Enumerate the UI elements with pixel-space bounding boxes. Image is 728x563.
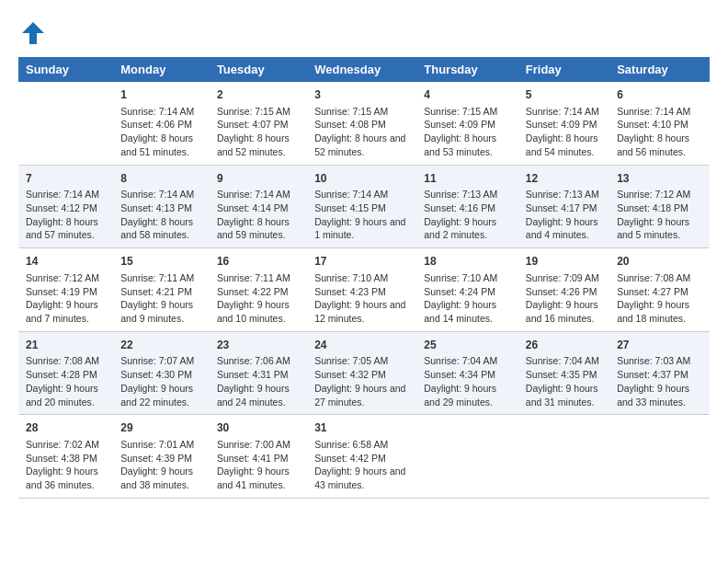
calendar-cell: 22Sunrise: 7:07 AMSunset: 4:30 PMDayligh… (113, 331, 210, 415)
daylight-text: Daylight: 9 hours and 10 minutes. (217, 298, 300, 325)
daylight-text: Daylight: 9 hours and 7 minutes. (26, 298, 106, 325)
day-number: 25 (424, 338, 511, 353)
header-day-thursday: Thursday (416, 57, 518, 82)
sunrise-text: Sunrise: 7:14 AM (617, 105, 702, 119)
day-number: 15 (120, 254, 202, 270)
daylight-text: Daylight: 9 hours and 18 minutes. (617, 298, 702, 325)
day-info: Sunrise: 7:14 AMSunset: 4:15 PMDaylight:… (314, 188, 409, 242)
sunrise-text: Sunrise: 7:14 AM (26, 188, 106, 201)
sunset-text: Sunset: 4:06 PM (120, 118, 202, 132)
calendar-cell: 8Sunrise: 7:14 AMSunset: 4:13 PMDaylight… (113, 165, 210, 248)
day-number: 3 (314, 87, 409, 103)
day-number: 11 (424, 171, 511, 187)
day-info: Sunrise: 7:14 AMSunset: 4:09 PMDaylight:… (526, 105, 602, 159)
calendar-cell: 28Sunrise: 7:02 AMSunset: 4:38 PMDayligh… (18, 415, 113, 499)
day-info: Sunrise: 7:04 AMSunset: 4:34 PMDaylight:… (424, 354, 511, 408)
calendar-week-row: 21Sunrise: 7:08 AMSunset: 4:28 PMDayligh… (18, 331, 710, 415)
day-number: 31 (314, 420, 409, 436)
calendar-cell: 29Sunrise: 7:01 AMSunset: 4:39 PMDayligh… (113, 415, 210, 499)
daylight-text: Daylight: 8 hours and 51 minutes. (120, 132, 202, 158)
day-number: 16 (217, 254, 300, 270)
sunrise-text: Sunrise: 7:15 AM (217, 105, 300, 119)
sunrise-text: Sunrise: 7:11 AM (217, 271, 300, 285)
calendar-cell: 9Sunrise: 7:14 AMSunset: 4:14 PMDaylight… (210, 165, 307, 248)
sunset-text: Sunset: 4:07 PM (217, 118, 300, 132)
calendar-week-row: 28Sunrise: 7:02 AMSunset: 4:38 PMDayligh… (18, 415, 710, 499)
header-day-saturday: Saturday (609, 57, 710, 82)
sunset-text: Sunset: 4:31 PM (217, 368, 300, 382)
sunset-text: Sunset: 4:12 PM (26, 201, 106, 215)
day-info: Sunrise: 7:14 AMSunset: 4:10 PMDaylight:… (617, 105, 702, 159)
calendar-cell: 3Sunrise: 7:15 AMSunset: 4:08 PMDaylight… (307, 82, 416, 165)
header-day-monday: Monday (113, 57, 210, 82)
day-info: Sunrise: 7:09 AMSunset: 4:26 PMDaylight:… (526, 271, 602, 326)
calendar-cell: 12Sunrise: 7:13 AMSunset: 4:17 PMDayligh… (518, 165, 609, 248)
day-number: 28 (26, 420, 106, 436)
sunrise-text: Sunrise: 7:14 AM (120, 188, 202, 201)
day-number: 13 (617, 171, 702, 187)
calendar-cell: 6Sunrise: 7:14 AMSunset: 4:10 PMDaylight… (609, 82, 710, 165)
day-number: 20 (617, 254, 702, 270)
calendar-cell: 2Sunrise: 7:15 AMSunset: 4:07 PMDaylight… (210, 82, 307, 165)
sunset-text: Sunset: 4:10 PM (617, 118, 702, 132)
daylight-text: Daylight: 9 hours and 9 minutes. (120, 298, 202, 325)
day-number: 12 (526, 171, 602, 187)
sunset-text: Sunset: 4:27 PM (617, 285, 702, 299)
sunrise-text: Sunrise: 7:08 AM (617, 271, 702, 285)
sunrise-text: Sunrise: 7:04 AM (526, 354, 602, 368)
daylight-text: Daylight: 9 hours and 14 minutes. (424, 298, 511, 325)
sunrise-text: Sunrise: 7:12 AM (26, 271, 106, 285)
sunset-text: Sunset: 4:23 PM (314, 285, 409, 299)
day-number: 17 (314, 254, 409, 270)
sunset-text: Sunset: 4:38 PM (26, 452, 106, 465)
sunset-text: Sunset: 4:37 PM (617, 368, 702, 382)
logo (18, 18, 51, 48)
sunrise-text: Sunrise: 7:10 AM (424, 271, 511, 285)
daylight-text: Daylight: 9 hours and 20 minutes. (26, 382, 106, 408)
calendar-cell (518, 415, 609, 499)
daylight-text: Daylight: 8 hours and 59 minutes. (217, 215, 300, 242)
calendar-cell: 30Sunrise: 7:00 AMSunset: 4:41 PMDayligh… (210, 415, 307, 499)
calendar-cell: 20Sunrise: 7:08 AMSunset: 4:27 PMDayligh… (609, 248, 710, 332)
sunrise-text: Sunrise: 7:03 AM (617, 354, 702, 368)
day-info: Sunrise: 7:10 AMSunset: 4:24 PMDaylight:… (424, 271, 511, 326)
daylight-text: Daylight: 9 hours and 2 minutes. (424, 215, 511, 242)
day-info: Sunrise: 7:03 AMSunset: 4:37 PMDaylight:… (617, 354, 702, 408)
sunrise-text: Sunrise: 7:04 AM (424, 354, 511, 368)
sunrise-text: Sunrise: 7:05 AM (314, 354, 409, 368)
sunset-text: Sunset: 4:14 PM (217, 201, 300, 215)
daylight-text: Daylight: 9 hours and 33 minutes. (617, 382, 702, 408)
day-number: 14 (26, 254, 106, 270)
sunrise-text: Sunrise: 7:02 AM (26, 438, 106, 452)
sunrise-text: Sunrise: 7:14 AM (526, 105, 602, 119)
sunset-text: Sunset: 4:08 PM (314, 118, 409, 132)
day-number: 10 (314, 171, 409, 187)
calendar-cell: 24Sunrise: 7:05 AMSunset: 4:32 PMDayligh… (307, 331, 416, 415)
day-info: Sunrise: 7:01 AMSunset: 4:39 PMDaylight:… (120, 438, 202, 492)
sunset-text: Sunset: 4:18 PM (617, 201, 702, 215)
calendar-cell: 16Sunrise: 7:11 AMSunset: 4:22 PMDayligh… (210, 248, 307, 332)
day-info: Sunrise: 7:14 AMSunset: 4:14 PMDaylight:… (217, 188, 300, 242)
calendar-cell: 15Sunrise: 7:11 AMSunset: 4:21 PMDayligh… (113, 248, 210, 332)
sunrise-text: Sunrise: 7:07 AM (120, 354, 202, 368)
calendar-week-row: 14Sunrise: 7:12 AMSunset: 4:19 PMDayligh… (18, 248, 710, 332)
day-info: Sunrise: 7:13 AMSunset: 4:16 PMDaylight:… (424, 188, 511, 242)
calendar-cell: 4Sunrise: 7:15 AMSunset: 4:09 PMDaylight… (416, 82, 518, 165)
sunset-text: Sunset: 4:32 PM (314, 368, 409, 382)
sunrise-text: Sunrise: 7:08 AM (26, 354, 106, 368)
calendar-cell: 21Sunrise: 7:08 AMSunset: 4:28 PMDayligh… (18, 331, 113, 415)
day-number: 8 (120, 171, 202, 187)
daylight-text: Daylight: 9 hours and 27 minutes. (314, 382, 409, 408)
header-day-sunday: Sunday (18, 57, 113, 82)
day-info: Sunrise: 7:02 AMSunset: 4:38 PMDaylight:… (26, 438, 106, 492)
sunrise-text: Sunrise: 7:15 AM (314, 105, 409, 119)
sunset-text: Sunset: 4:35 PM (526, 368, 602, 382)
daylight-text: Daylight: 9 hours and 41 minutes. (217, 465, 300, 491)
calendar-cell: 18Sunrise: 7:10 AMSunset: 4:24 PMDayligh… (416, 248, 518, 332)
daylight-text: Daylight: 8 hours and 56 minutes. (617, 132, 702, 158)
calendar-cell: 14Sunrise: 7:12 AMSunset: 4:19 PMDayligh… (18, 248, 113, 332)
calendar-week-row: 1Sunrise: 7:14 AMSunset: 4:06 PMDaylight… (18, 82, 710, 165)
day-number: 27 (617, 338, 702, 353)
day-info: Sunrise: 7:08 AMSunset: 4:28 PMDaylight:… (26, 354, 106, 408)
day-number: 6 (617, 87, 702, 103)
